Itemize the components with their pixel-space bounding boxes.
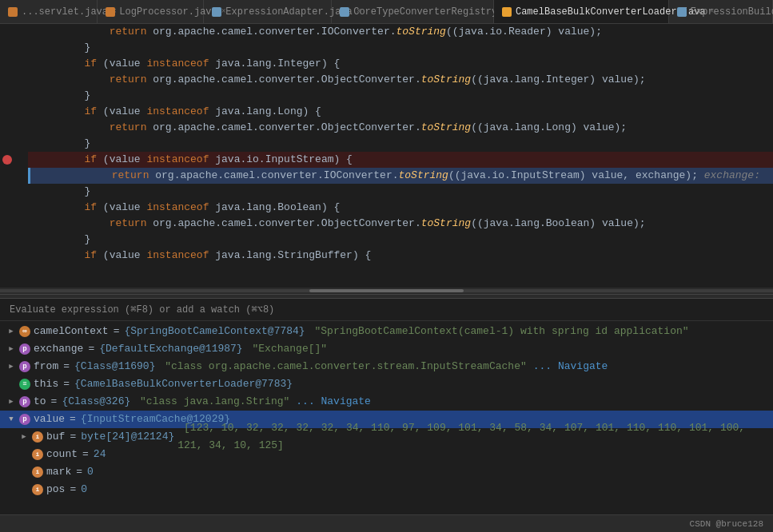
tab-bar: ...servlet.java × LogProcessor.java × Ex… — [0, 0, 773, 24]
expand-from[interactable]: ▶ — [6, 362, 16, 371]
gutter-row — [0, 216, 28, 232]
var-value-buf: [123, 10, 32, 32, 32, 32, 34, 110, 97, 1… — [177, 419, 767, 455]
tab-icon-logprocessor — [106, 7, 115, 17]
expand-exchange[interactable]: ▶ — [6, 344, 16, 354]
gutter-row — [0, 40, 28, 56]
expand-value[interactable]: ▼ — [6, 415, 16, 424]
code-editor: return org.apache.camel.converter.IOConv… — [28, 24, 773, 288]
gutter-row — [0, 56, 28, 72]
var-value-exchange: "Exchange[]" — [246, 340, 327, 358]
var-type-to: {Class@326} — [62, 393, 130, 411]
code-gutter — [0, 24, 28, 288]
code-line: return org.apache.camel.converter.IOConv… — [28, 24, 773, 40]
var-value-to: "class java.lang.String" — [133, 393, 289, 411]
tab-icon-expressionadapter — [212, 7, 221, 17]
debug-var-buf[interactable]: ▶ i buf = byte[24]@12124} [123, 10, 32, … — [0, 428, 773, 446]
expand-pos[interactable]: ▶ — [19, 485, 29, 494]
var-type-exchange: {DefaultExchange@11987} — [99, 340, 242, 358]
var-name-buf: buf — [46, 428, 65, 446]
code-line: if (value instanceof java.lang.Integer) … — [28, 56, 773, 72]
var-name-count: count — [46, 446, 78, 463]
expand-buf[interactable]: ▶ — [19, 432, 29, 442]
icon-buf: i — [32, 431, 43, 443]
code-line: if (value instanceof java.lang.Boolean) … — [28, 200, 773, 216]
debug-var-exchange[interactable]: ▶ p exchange = {DefaultExchange@11987} "… — [0, 340, 773, 358]
tab-icon-coretypeconverter — [340, 7, 349, 17]
icon-value: p — [19, 414, 30, 425]
debug-variables-list: ▶ ∞ camelContext = {SpringBootCamelConte… — [0, 321, 773, 514]
code-line: } — [28, 232, 773, 248]
var-name-value: value — [34, 411, 65, 428]
expand-count[interactable]: ▶ — [19, 450, 29, 459]
code-line: return org.apache.camel.converter.Object… — [28, 120, 773, 136]
icon-mark: i — [32, 466, 43, 478]
debug-var-from[interactable]: ▶ p from = {Class@11690} "class org.apac… — [0, 358, 773, 375]
var-type-camelcontext: {SpringBootCamelContext@7784} — [124, 323, 305, 340]
code-line: return org.apache.camel.converter.Object… — [28, 216, 773, 232]
icon-pos: i — [32, 484, 43, 495]
code-line-selected: return org.apache.camel.converter.IOConv… — [28, 168, 773, 184]
gutter-row — [0, 136, 28, 152]
breakpoint-dot — [2, 155, 12, 165]
scrollbar-thumb[interactable] — [309, 289, 464, 292]
expand-camelcontext[interactable]: ▶ — [6, 327, 16, 336]
debug-header: Evaluate expression (⌘F8) or add a watch… — [0, 299, 773, 321]
var-value-camelcontext: "SpringBootCamelContext(camel-1) with sp… — [309, 323, 689, 340]
gutter-row — [0, 104, 28, 120]
gutter-row — [0, 24, 28, 40]
expand-this[interactable]: ▶ — [6, 379, 16, 389]
status-bar: CSDN @bruce128 — [0, 514, 773, 532]
expand-mark[interactable]: ▶ — [19, 467, 29, 477]
tab-label-expressionbuild: ExpressionBuild... — [691, 6, 773, 18]
navigate-to[interactable]: ... Navigate — [296, 393, 371, 411]
debug-var-mark[interactable]: ▶ i mark = 0 — [0, 463, 773, 481]
gutter-row — [0, 88, 28, 104]
var-value-count: 24 — [94, 446, 106, 463]
code-line: if (value instanceof java.io.InputStream… — [28, 152, 773, 168]
gutter-row — [0, 200, 28, 216]
icon-this: ≡ — [19, 379, 30, 390]
tab-label-servlet: ...servlet.java — [22, 6, 108, 18]
var-value-mark: 0 — [87, 463, 94, 481]
tab-servlet[interactable]: ...servlet.java × — [0, 0, 98, 23]
tab-expressionbuild[interactable]: ExpressionBuild... — [669, 0, 773, 23]
debug-header-text: Evaluate expression (⌘F8) or add a watch… — [10, 304, 274, 316]
var-value-from: "class org.apache.camel.converter.stream… — [158, 358, 526, 375]
var-name-from: from — [34, 358, 58, 375]
var-name-mark: mark — [46, 463, 71, 481]
gutter-row — [0, 184, 28, 200]
icon-count: i — [32, 449, 43, 460]
var-name-camelcontext: camelContext — [34, 323, 109, 340]
icon-from: p — [19, 361, 30, 372]
gutter-row — [0, 248, 28, 264]
debug-var-pos[interactable]: ▶ i pos = 0 — [0, 481, 773, 498]
gutter-row — [0, 72, 28, 88]
code-line: } — [28, 40, 773, 56]
status-text: CSDN @bruce128 — [690, 519, 763, 529]
var-type-from: {Class@11690} — [74, 358, 155, 375]
var-type-buf: byte[24]@12124} — [81, 428, 174, 446]
gutter-row — [0, 168, 28, 184]
scrollbar-track — [0, 289, 773, 292]
debug-var-camelcontext[interactable]: ▶ ∞ camelContext = {SpringBootCamelConte… — [0, 323, 773, 340]
icon-to: p — [19, 396, 30, 407]
code-line: return org.apache.camel.converter.Object… — [28, 72, 773, 88]
code-line: } — [28, 184, 773, 200]
var-type-this: {CamelBaseBulkConverterLoader@7783} — [74, 375, 293, 393]
tab-label-logprocessor: LogProcessor.java — [119, 6, 217, 18]
horizontal-scrollbar[interactable] — [0, 288, 773, 294]
tab-camelbasebulk[interactable]: CamelBaseBulkConverterLoader.java × — [494, 0, 669, 23]
tab-coretypeconverter[interactable]: CoreTypeConverterRegistry.java × — [332, 0, 494, 23]
tab-icon-expressionbuild — [677, 7, 687, 17]
tab-icon-camelbasebulk — [502, 7, 512, 17]
code-line: } — [28, 88, 773, 104]
debug-var-to[interactable]: ▶ p to = {Class@326} "class java.lang.St… — [0, 393, 773, 411]
navigate-from[interactable]: ... Navigate — [533, 358, 608, 375]
var-name-exchange: exchange — [34, 340, 83, 358]
debug-var-this[interactable]: ▶ ≡ this = {CamelBaseBulkConverterLoader… — [0, 375, 773, 393]
icon-exchange: p — [19, 343, 30, 355]
expand-to[interactable]: ▶ — [6, 397, 16, 407]
code-line: if (value instanceof java.lang.Long) { — [28, 104, 773, 120]
tab-expressionadapter[interactable]: ExpressionAdapter.java × — [204, 0, 332, 23]
tab-logprocessor[interactable]: LogProcessor.java × — [98, 0, 204, 23]
